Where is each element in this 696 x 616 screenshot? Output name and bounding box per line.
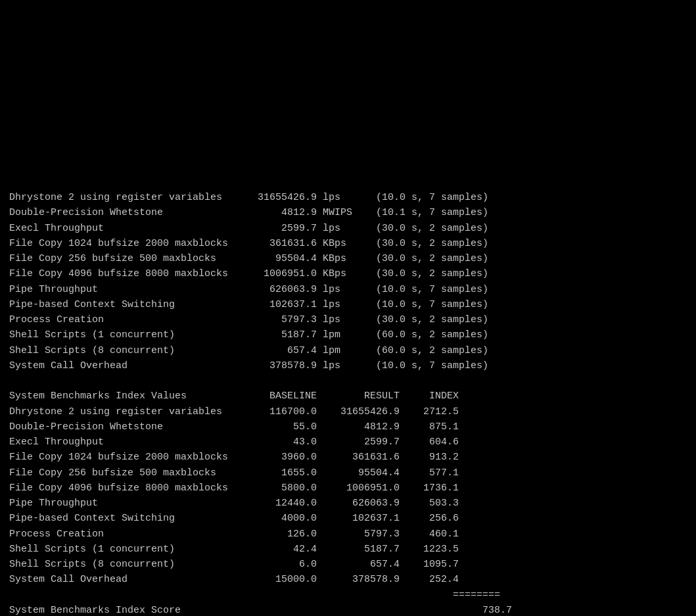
index-table-header: System Benchmarks Index Values BASELINE …: [9, 389, 687, 404]
index-table-row: Execl Throughput 43.0 2599.7 604.6: [9, 435, 687, 450]
benchmark-row: Shell Scripts (1 concurrent) 5187.7 lpm …: [9, 327, 687, 343]
index-rows: Dhrystone 2 using register variables 116…: [9, 404, 687, 588]
benchmarks-section: Dhrystone 2 using register variables 316…: [9, 190, 687, 373]
spacer1: [9, 373, 687, 389]
index-table-row: System Call Overhead 15000.0 378578.9 25…: [9, 572, 687, 587]
equals-section: ========: [9, 588, 687, 603]
index-table-row: Shell Scripts (8 concurrent) 6.0 657.4 1…: [9, 557, 687, 572]
benchmark-row: File Copy 256 bufsize 500 maxblocks 9550…: [9, 251, 687, 266]
benchmark-row: File Copy 4096 bufsize 8000 maxblocks 10…: [9, 266, 687, 281]
index-table-row: Process Creation 126.0 5797.3 460.1: [9, 527, 687, 542]
benchmark-row: Pipe Throughput 626063.9 lps (10.0 s, 7 …: [9, 282, 687, 297]
benchmark-row: Pipe-based Context Switching 102637.1 lp…: [9, 297, 687, 312]
benchmark-row: Execl Throughput 2599.7 lps (30.0 s, 2 s…: [9, 221, 687, 236]
index-header: System Benchmarks Index Values BASELINE …: [9, 389, 687, 404]
index-table-row: File Copy 1024 bufsize 2000 maxblocks 39…: [9, 450, 687, 465]
index-table-row: Pipe Throughput 12440.0 626063.9 503.3: [9, 496, 687, 511]
final-score-row: System Benchmarks Index Score 738.7: [9, 603, 687, 616]
index-table-row: File Copy 256 bufsize 500 maxblocks 1655…: [9, 465, 687, 481]
index-table-row: Double-Precision Whetstone 55.0 4812.9 8…: [9, 419, 687, 435]
benchmark-row: File Copy 1024 bufsize 2000 maxblocks 36…: [9, 236, 687, 251]
index-table-row: Pipe-based Context Switching 4000.0 1026…: [9, 511, 687, 526]
benchmark-row: System Call Overhead 378578.9 lps (10.0 …: [9, 358, 687, 373]
index-table-row: Dhrystone 2 using register variables 116…: [9, 404, 687, 419]
benchmark-row: Double-Precision Whetstone 4812.9 MWIPS …: [9, 205, 687, 220]
index-table-row: File Copy 4096 bufsize 8000 maxblocks 58…: [9, 481, 687, 496]
benchmark-row: Shell Scripts (8 concurrent) 657.4 lpm (…: [9, 343, 687, 358]
benchmark-row: Dhrystone 2 using register variables 316…: [9, 190, 687, 205]
benchmark-row: Process Creation 5797.3 lps (30.0 s, 2 s…: [9, 312, 687, 327]
final-score: System Benchmarks Index Score 738.7: [9, 603, 687, 616]
index-table-row: Shell Scripts (1 concurrent) 42.4 5187.7…: [9, 542, 687, 557]
terminal-output: [9, 7, 687, 190]
